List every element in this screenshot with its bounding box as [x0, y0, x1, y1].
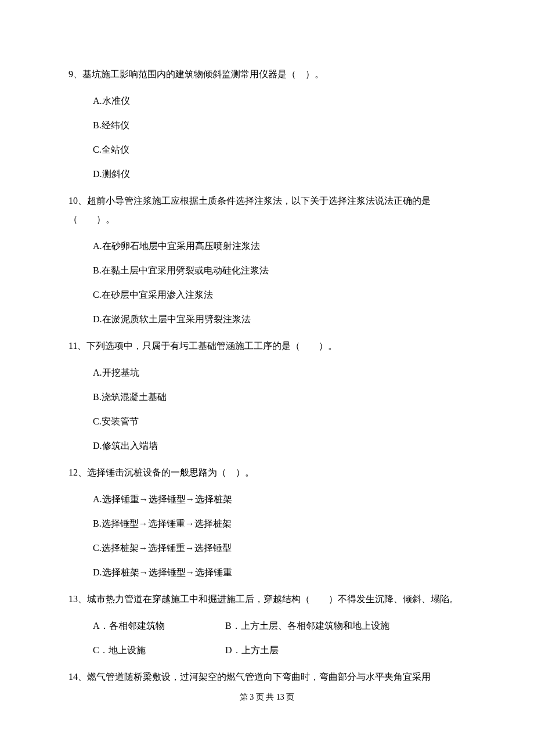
- question-body: 选择锤击沉桩设备的一般思路为（ ）。: [87, 467, 254, 477]
- option-c: C.安装管节: [93, 415, 466, 429]
- question-text: 13、城市热力管道在穿越施工中和掘进施工后，穿越结构（ ）不得发生沉降、倾斜、塌…: [68, 590, 466, 609]
- question-text: 12、选择锤击沉桩设备的一般思路为（ ）。: [68, 463, 466, 482]
- option-b: B．上方土层、各相邻建筑物和地上设施: [225, 619, 389, 633]
- question-number: 13、: [68, 594, 87, 604]
- option-row-2: C．地上设施D．上方土层: [93, 643, 466, 657]
- question-text: 9、基坑施工影响范围内的建筑物倾斜监测常用仪器是（ ）。: [68, 65, 466, 84]
- page-content: 9、基坑施工影响范围内的建筑物倾斜监测常用仪器是（ ）。 A.水准仪 B.经纬仪…: [0, 0, 534, 726]
- option-a: A.开挖基坑: [93, 366, 466, 380]
- question-text: 14、燃气管道随桥梁敷设，过河架空的燃气管道向下弯曲时，弯曲部分与水平夹角宜采用: [68, 668, 466, 686]
- option-a: A．各相邻建筑物: [93, 619, 197, 633]
- question-12: 12、选择锤击沉桩设备的一般思路为（ ）。 A.选择锤重→选择锤型→选择桩架 B…: [68, 463, 466, 579]
- option-a: A.选择锤重→选择锤型→选择桩架: [93, 492, 466, 506]
- option-b: B.经纬仪: [93, 118, 466, 132]
- question-number: 10、: [68, 196, 87, 206]
- options-list: A．各相邻建筑物B．上方土层、各相邻建筑物和地上设施 C．地上设施D．上方土层: [68, 619, 466, 657]
- page-footer: 第 3 页 共 13 页: [68, 691, 466, 703]
- option-b: B.选择锤型→选择锤重→选择桩架: [93, 517, 466, 531]
- question-13: 13、城市热力管道在穿越施工中和掘进施工后，穿越结构（ ）不得发生沉降、倾斜、塌…: [68, 590, 466, 657]
- question-number: 9、: [68, 69, 82, 79]
- option-c: C．地上设施: [93, 643, 197, 657]
- option-row-1: A．各相邻建筑物B．上方土层、各相邻建筑物和地上设施: [93, 619, 466, 633]
- option-c: C.全站仪: [93, 143, 466, 157]
- option-a: A.在砂卵石地层中宜采用高压喷射注浆法: [93, 239, 466, 253]
- question-text: 11、下列选项中，只属于有圬工基础管涵施工工序的是（ ）。: [68, 337, 466, 355]
- option-d: D.在淤泥质软土层中宜采用劈裂注浆法: [93, 312, 466, 326]
- question-number: 12、: [68, 467, 87, 477]
- option-d: D．上方土层: [225, 643, 279, 657]
- question-number: 14、: [68, 672, 87, 682]
- question-number: 11、: [68, 341, 86, 351]
- question-body: 城市热力管道在穿越施工中和掘进施工后，穿越结构（ ）不得发生沉降、倾斜、塌陷。: [87, 594, 459, 604]
- question-14: 14、燃气管道随桥梁敷设，过河架空的燃气管道向下弯曲时，弯曲部分与水平夹角宜采用: [68, 668, 466, 686]
- options-list: A.选择锤重→选择锤型→选择桩架 B.选择锤型→选择锤重→选择桩架 C.选择桩架…: [68, 492, 466, 579]
- option-c: C.在砂层中宜采用渗入注浆法: [93, 288, 466, 302]
- option-d: D.选择桩架→选择锤型→选择锤重: [93, 566, 466, 579]
- question-11: 11、下列选项中，只属于有圬工基础管涵施工工序的是（ ）。 A.开挖基坑 B.浇…: [68, 337, 466, 453]
- option-a: A.水准仪: [93, 94, 466, 108]
- options-list: A.在砂卵石地层中宜采用高压喷射注浆法 B.在黏土层中宜采用劈裂或电动硅化注浆法…: [68, 239, 466, 326]
- question-body: 基坑施工影响范围内的建筑物倾斜监测常用仪器是（ ）。: [82, 69, 324, 79]
- question-body: 超前小导管注浆施工应根据土质条件选择注浆法，以下关于选择注浆法说法正确的是（ ）…: [68, 196, 431, 224]
- option-d: D.修筑出入端墙: [93, 439, 466, 453]
- option-b: B.浇筑混凝土基础: [93, 390, 466, 404]
- option-b: B.在黏土层中宜采用劈裂或电动硅化注浆法: [93, 264, 466, 278]
- question-text: 10、超前小导管注浆施工应根据土质条件选择注浆法，以下关于选择注浆法说法正确的是…: [68, 192, 466, 229]
- question-9: 9、基坑施工影响范围内的建筑物倾斜监测常用仪器是（ ）。 A.水准仪 B.经纬仪…: [68, 65, 466, 181]
- options-list: A.水准仪 B.经纬仪 C.全站仪 D.测斜仪: [68, 94, 466, 181]
- options-list: A.开挖基坑 B.浇筑混凝土基础 C.安装管节 D.修筑出入端墙: [68, 366, 466, 453]
- question-10: 10、超前小导管注浆施工应根据土质条件选择注浆法，以下关于选择注浆法说法正确的是…: [68, 192, 466, 326]
- question-body: 燃气管道随桥梁敷设，过河架空的燃气管道向下弯曲时，弯曲部分与水平夹角宜采用: [87, 672, 431, 682]
- option-c: C.选择桩架→选择锤重→选择锤型: [93, 541, 466, 555]
- option-d: D.测斜仪: [93, 167, 466, 181]
- question-body: 下列选项中，只属于有圬工基础管涵施工工序的是（ ）。: [86, 341, 337, 351]
